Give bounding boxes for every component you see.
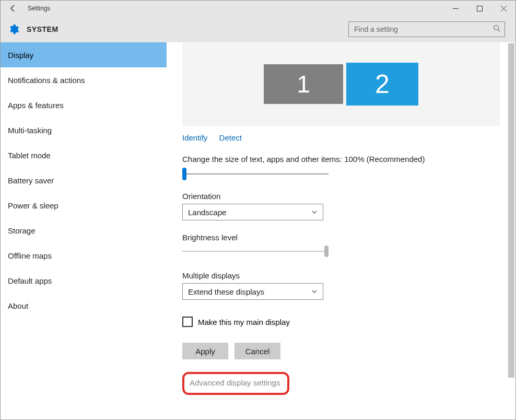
minimize-icon <box>453 6 459 11</box>
back-button[interactable] <box>1 1 26 16</box>
sidebar-item-label: Multi-tasking <box>8 126 52 135</box>
monitor-number: 1 <box>297 70 310 98</box>
monitor-number: 2 <box>375 69 390 99</box>
window-title: Settings <box>26 5 50 12</box>
slider-track <box>182 251 329 252</box>
sidebar-item-label: Power & sleep <box>8 201 58 210</box>
svg-point-1 <box>494 26 499 30</box>
select-value: Extend these displays <box>188 287 264 296</box>
monitor-1[interactable]: 1 <box>264 64 343 104</box>
scrollbar-thumb[interactable] <box>508 43 514 378</box>
apply-button[interactable]: Apply <box>182 343 228 359</box>
title-bar: Settings <box>1 1 515 16</box>
sidebar-item-label: Offline maps <box>8 251 52 260</box>
sidebar-item-label: Storage <box>8 226 36 235</box>
sidebar-item-label: Default apps <box>8 276 52 285</box>
scale-label: Change the size of text, apps and other … <box>182 155 500 164</box>
sidebar-item-display[interactable]: Display <box>1 42 167 67</box>
minimize-button[interactable] <box>443 1 467 16</box>
gear-icon <box>8 24 19 35</box>
sidebar-item-offlinemaps[interactable]: Offline maps <box>1 243 167 268</box>
brightness-slider[interactable] <box>182 246 329 259</box>
header-band: SYSTEM <box>1 16 515 42</box>
sidebar-item-power[interactable]: Power & sleep <box>1 193 167 218</box>
svg-rect-0 <box>477 6 482 11</box>
sidebar-item-battery[interactable]: Battery saver <box>1 168 167 193</box>
sidebar-item-notifications[interactable]: Notifications & actions <box>1 67 167 92</box>
close-icon <box>501 6 507 11</box>
main-display-checkbox[interactable] <box>182 317 193 327</box>
sidebar-item-label: About <box>8 301 28 310</box>
content-area: 1 2 Identify Detect Change the size of t… <box>167 42 515 419</box>
search-input[interactable] <box>353 25 493 34</box>
maximize-icon <box>477 6 483 11</box>
select-value: Landscape <box>188 208 226 217</box>
cancel-button[interactable]: Cancel <box>234 343 280 359</box>
slider-track <box>182 173 329 174</box>
monitor-2[interactable]: 2 <box>346 63 418 106</box>
sidebar-item-label: Battery saver <box>8 176 54 185</box>
brightness-label: Brightness level <box>182 233 500 242</box>
search-input-wrap[interactable] <box>348 21 505 37</box>
vertical-scrollbar[interactable] <box>508 43 514 414</box>
multidisplay-select[interactable]: Extend these displays <box>182 283 323 300</box>
orientation-label: Orientation <box>182 192 500 201</box>
maximize-button[interactable] <box>467 1 491 16</box>
advanced-settings-highlight: Advanced display settings <box>182 372 289 395</box>
sidebar-item-about[interactable]: About <box>1 293 167 318</box>
multidisplay-label: Multiple displays <box>182 271 500 280</box>
scale-slider[interactable] <box>182 168 329 180</box>
advanced-display-settings-link[interactable]: Advanced display settings <box>190 378 280 387</box>
main-display-checkbox-label: Make this my main display <box>198 318 290 326</box>
identify-link[interactable]: Identify <box>182 133 207 142</box>
detect-link[interactable]: Detect <box>219 133 242 142</box>
sidebar-item-defaultapps[interactable]: Default apps <box>1 268 167 293</box>
chevron-down-icon <box>311 287 318 296</box>
close-button[interactable] <box>491 1 515 16</box>
slider-thumb[interactable] <box>182 168 186 180</box>
sidebar-item-apps[interactable]: Apps & features <box>1 92 167 118</box>
sidebar-item-multitasking[interactable]: Multi-tasking <box>1 118 167 143</box>
search-icon <box>493 25 500 34</box>
display-arrangement-box[interactable]: 1 2 <box>182 42 500 126</box>
section-title: SYSTEM <box>27 25 58 33</box>
sidebar-nav: Display Notifications & actions Apps & f… <box>1 42 167 419</box>
sidebar-item-storage[interactable]: Storage <box>1 218 167 243</box>
orientation-select[interactable]: Landscape <box>182 204 323 220</box>
back-arrow-icon <box>9 4 17 13</box>
sidebar-item-label: Notifications & actions <box>8 76 85 85</box>
sidebar-item-label: Tablet mode <box>8 151 51 160</box>
sidebar-item-tabletmode[interactable]: Tablet mode <box>1 143 167 168</box>
sidebar-item-label: Display <box>8 51 33 60</box>
slider-thumb[interactable] <box>324 246 329 257</box>
sidebar-item-label: Apps & features <box>8 101 64 110</box>
chevron-down-icon <box>311 208 318 217</box>
